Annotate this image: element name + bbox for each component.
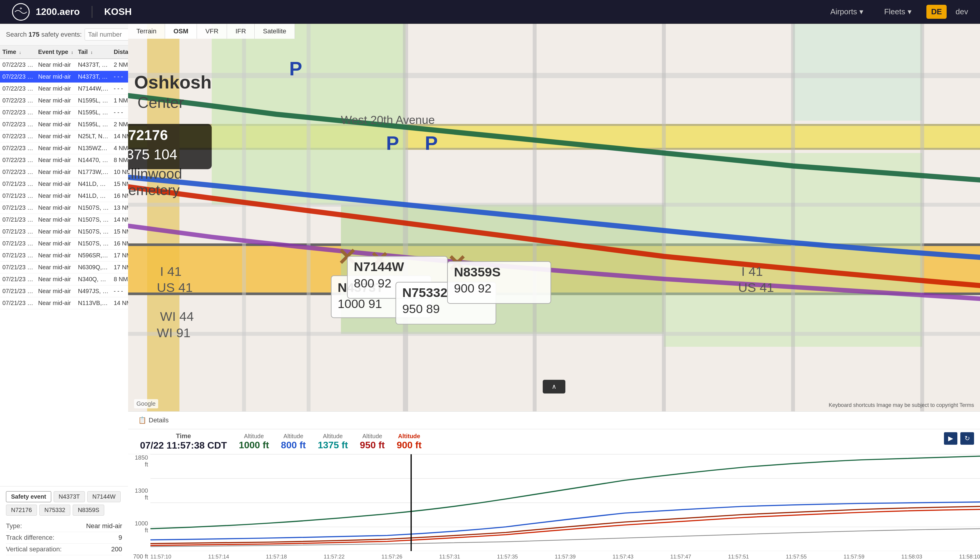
cell-event: Near mid-air — [36, 250, 76, 262]
map-tab-satellite[interactable]: Satellite — [255, 24, 295, 39]
alt-value-4: 900 ft — [397, 440, 422, 451]
svg-text:I 41: I 41 — [160, 264, 182, 278]
cell-distance: 14 NM — [112, 214, 128, 226]
col-time[interactable]: Time ↓ — [0, 45, 36, 59]
detail-tab-n8359s[interactable]: N8359S — [73, 505, 104, 516]
table-row[interactable]: 07/22/23 11:04:23Near mid-airN1595L, N25… — [0, 107, 128, 118]
detail-tab-n4373t[interactable]: N4373T — [53, 491, 85, 502]
cell-event: Near mid-air — [36, 130, 76, 142]
cell-event: Near mid-air — [36, 107, 76, 118]
cell-distance: 2 NM — [112, 59, 128, 71]
cell-time: 07/22/23 11:04:23 — [0, 107, 36, 118]
svg-rect-15 — [793, 24, 922, 121]
cell-distance: 15 NM — [112, 178, 128, 190]
col-tail[interactable]: Tail ↕ — [76, 45, 112, 59]
refresh-button[interactable]: ↻ — [960, 432, 974, 445]
detail-tab-n72176[interactable]: N72176 — [6, 505, 37, 516]
airports-nav[interactable]: Airports ▾ — [825, 4, 870, 19]
table-row[interactable]: 07/21/23 10:41:58Near mid-airN113VB, N12… — [0, 297, 128, 309]
airport-code: KOSH — [104, 6, 132, 17]
x-label-8: 11:57:43 — [612, 554, 633, 560]
cell-event: Near mid-air — [36, 262, 76, 273]
x-label-12: 11:57:59 — [843, 554, 865, 560]
cell-distance: - - - — [112, 71, 128, 83]
svg-text:US 41: US 41 — [157, 280, 193, 295]
cell-distance: 16 NM — [112, 238, 128, 250]
events-table: Time ↓ Event type ↕ Tail ↕ Distance ↕ Di… — [0, 45, 128, 309]
table-row[interactable]: 07/22/23 09:59:36Near mid-airN25LT, N558… — [0, 130, 128, 142]
table-row[interactable]: 07/22/23 07:27:25Near mid-airN14470, N17… — [0, 154, 128, 166]
type-label: Type: — [6, 522, 22, 530]
table-row[interactable]: 07/21/23 18:37:40Near mid-airN1507S, N54… — [0, 214, 128, 226]
table-row[interactable]: 07/21/23 20:05:04Near mid-airN41LD, N870… — [0, 178, 128, 190]
table-row[interactable]: 07/22/23 11:57:40Near mid-airN4373T, N71… — [0, 71, 128, 83]
svg-text:N7144W: N7144W — [354, 260, 404, 274]
svg-text:N75332: N75332 — [402, 285, 447, 300]
alt-label-1: Altitude — [283, 433, 303, 440]
details-bar: 📋 Details — [128, 412, 980, 429]
type-value: Near mid-air — [86, 522, 122, 530]
table-row[interactable]: 07/21/23 18:37:17Near mid-airN1507S, N54… — [0, 226, 128, 238]
cell-time: 07/22/23 07:27:25 — [0, 154, 36, 166]
map-up-button[interactable]: ∧ — [543, 380, 565, 393]
time-label: Time — [176, 432, 191, 440]
table-row[interactable]: 07/22/23 09:47:20Near mid-airN135WZ, N22… — [0, 142, 128, 154]
cell-event: Near mid-air — [36, 83, 76, 95]
table-row[interactable]: 07/22/23 11:04:46Near mid-airN1595L, N25… — [0, 95, 128, 107]
svg-text:N8359S: N8359S — [454, 265, 501, 279]
fleets-nav[interactable]: Fleets ▾ — [878, 4, 917, 19]
map-container[interactable]: TerrainOSMVFRIFRSatellite — [128, 24, 980, 412]
alt-value-3: 950 ft — [360, 440, 385, 451]
user-badge: DE — [927, 5, 947, 19]
table-row[interactable]: 07/22/23 11:02:28Near mid-airN1595L, N25… — [0, 118, 128, 130]
search-suffix: safety events: — [42, 31, 82, 38]
col-distance[interactable]: Distance ↕ — [112, 45, 128, 59]
alt-label-3: Altitude — [363, 433, 382, 440]
y-axis: 1850 ft 1300 ft 1000 ft 700 ft — [128, 454, 150, 560]
table-row[interactable]: 07/21/23 18:38:04Near mid-airN1507S, N54… — [0, 202, 128, 214]
left-panel: Search 175 safety events: 🔍 Time ↓ Event… — [0, 24, 128, 560]
table-row[interactable]: 07/21/23 16:15:50Near mid-airN596SR, N63… — [0, 250, 128, 262]
map-tab-osm[interactable]: OSM — [165, 24, 197, 39]
table-header: Time ↓ Event type ↕ Tail ↕ Distance ↕ Di… — [0, 45, 128, 59]
map-tab-vfr[interactable]: VFR — [197, 24, 227, 39]
map-tab-bar: TerrainOSMVFRIFRSatellite — [128, 24, 295, 39]
vertical-label: Vertical separation: — [6, 545, 62, 553]
chart-header: Time 07/22 11:57:38 CDT Altitude 1000 ft… — [128, 429, 980, 454]
cell-tail: N1507S, N546... — [76, 202, 112, 214]
map-tab-terrain[interactable]: Terrain — [128, 24, 165, 39]
cell-time: 07/21/23 18:36:08 — [0, 238, 36, 250]
cell-tail: N596SR, N630... — [76, 250, 112, 262]
airports-chevron-icon: ▾ — [859, 7, 863, 17]
map-tab-ifr[interactable]: IFR — [227, 24, 254, 39]
table-row[interactable]: 07/21/23 16:15:27Near mid-airN6309Q, N93… — [0, 262, 128, 273]
col-event-type[interactable]: Event type ↕ — [36, 45, 76, 59]
cell-tail: N1507S, N546... — [76, 214, 112, 226]
detail-tab-n7144w[interactable]: N7144W — [87, 491, 121, 502]
table-row[interactable]: 07/21/23 14:01:17Near mid-airN497JS, N72… — [0, 285, 128, 297]
svg-text:WI 44: WI 44 — [160, 309, 193, 323]
details-button[interactable]: 📋 Details — [134, 415, 173, 426]
cell-time: 07/21/23 18:37:40 — [0, 214, 36, 226]
table-row[interactable]: 07/22/23 11:58:48Near mid-airN4373T, N71… — [0, 59, 128, 71]
cell-tail: N41LD, N8266... — [76, 190, 112, 202]
y-label-3: 700 ft — [130, 553, 148, 560]
play-button[interactable]: ▶ — [944, 432, 957, 445]
details-label: Details — [148, 417, 168, 424]
alt-group-1: Altitude 800 ft — [281, 433, 306, 451]
detail-tab-n75332[interactable]: N75332 — [39, 505, 70, 516]
fleets-label: Fleets — [884, 7, 905, 17]
table-row[interactable]: 07/21/23 15:54:46Near mid-airN340Q, N599… — [0, 273, 128, 285]
table-row[interactable]: 07/21/23 18:36:08Near mid-airN1507S, N54… — [0, 238, 128, 250]
table-row[interactable]: 07/22/23 07:25:30Near mid-airN1773W, N22… — [0, 166, 128, 178]
table-row[interactable]: 07/21/23 20:02:00Near mid-airN41LD, N826… — [0, 190, 128, 202]
detail-tab-safety-event[interactable]: Safety event — [6, 491, 51, 502]
search-input[interactable] — [85, 28, 128, 40]
chart-svg — [150, 454, 980, 551]
table-row[interactable]: 07/22/23 11:57:17Near mid-airN7144W, N72… — [0, 83, 128, 95]
x-label-5: 11:57:31 — [439, 554, 460, 560]
search-label: Search 175 safety events: — [6, 31, 82, 38]
x-label-2: 11:57:18 — [266, 554, 287, 560]
cell-event: Near mid-air — [36, 166, 76, 178]
x-label-1: 11:57:14 — [208, 554, 229, 560]
